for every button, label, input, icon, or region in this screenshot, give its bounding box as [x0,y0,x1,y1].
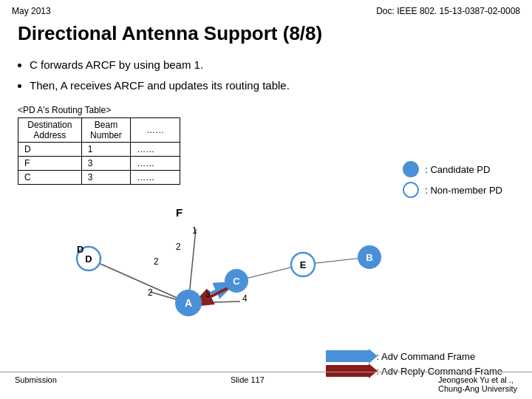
header-right: Doc: IEEE 802. 15-13-0387-02-0008 [376,6,520,16]
legend-nonmember: : Non-member PD [403,182,502,198]
svg-text:B: B [366,252,372,263]
nonmember-icon [403,182,419,198]
svg-text:2: 2 [176,242,181,252]
diagram-svg: D A C E B 2 2 3 2 4 1 [44,222,414,355]
svg-text:E: E [300,259,307,270]
header: May 2013 Doc: IEEE 802. 15-13-0387-02-00… [0,0,532,19]
d-label: D [77,244,83,255]
svg-text:D: D [85,253,92,265]
svg-text:A: A [185,297,192,309]
footer: Submission Slide 117 Jeongseok Yu et al … [0,372,532,393]
svg-text:2: 2 [148,287,153,298]
dots-f: …… [131,157,180,171]
candidate-icon [403,161,419,177]
footer-left: Submission [15,375,57,393]
footer-right: Jeongseok Yu et al ., Chung-Ang Universi… [438,375,517,393]
dots-c: …… [131,171,180,185]
footer-center: Slide 117 [231,375,265,393]
bullet-list: C forwards ARCF by using beam 1. Then, A… [0,52,532,105]
beam-c: 3 [81,171,131,185]
page-title: Directional Antenna Support (8/8) [0,19,532,52]
network-diagram: D A C E B 2 2 3 2 4 1 D [44,222,458,362]
routing-table: DestinationAddress BeamNumber …… D 1 …… … [18,117,180,185]
table-row: D 1 …… [18,143,180,157]
table-label: <PD A's Routing Table> [18,105,514,115]
col-dots-header: …… [131,118,180,143]
svg-text:4: 4 [242,293,248,304]
adv-command-legend: : Adv Command Frame [326,350,502,362]
svg-text:C: C [233,276,240,287]
footer-right-line1: Jeongseok Yu et al ., [438,375,514,384]
bullet-2: Then, A receives ARCF and updates its ro… [30,76,514,95]
f-diagram-label: F [176,206,183,219]
legend-area: : Candidate PD : Non-member PD [403,161,502,198]
beam-f: 3 [81,157,131,171]
footer-right-line2: Chung-Ang University [438,384,517,393]
blue-arrow-icon [326,350,370,362]
table-row: F 3 …… [18,157,180,171]
svg-line-0 [89,259,188,303]
header-left: May 2013 [12,6,51,16]
col-dest: DestinationAddress [18,118,82,143]
beam-d: 1 [81,143,131,157]
adv-command-label: : Adv Command Frame [376,351,475,362]
svg-text:3: 3 [205,289,211,299]
svg-text:1: 1 [192,225,197,236]
candidate-label: : Candidate PD [425,164,490,175]
col-beam: BeamNumber [81,118,131,143]
table-header-row: DestinationAddress BeamNumber …… [18,118,180,143]
dest-f: F [18,157,82,171]
dest-c: C [18,171,82,185]
dots-d: …… [131,143,180,157]
svg-text:2: 2 [154,256,159,267]
legend-candidate: : Candidate PD [403,161,502,177]
nonmember-label: : Non-member PD [425,185,502,196]
table-row: C 3 …… [18,171,180,185]
bullet-1: C forwards ARCF by using beam 1. [30,55,514,75]
dest-d: D [18,143,82,157]
